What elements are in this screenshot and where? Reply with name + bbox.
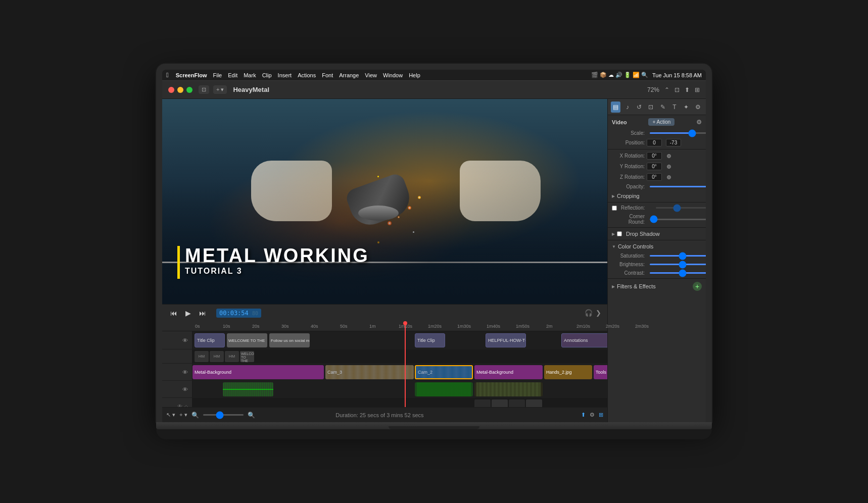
eye-icon-2[interactable]: 👁 xyxy=(182,369,188,375)
annotation-icon[interactable]: ✎ xyxy=(658,102,667,113)
menu-font[interactable]: Font xyxy=(322,72,333,78)
reflection-slider[interactable] xyxy=(656,207,706,209)
filters-header[interactable]: ▶ Filters & Effects + xyxy=(608,280,706,293)
brightness-slider[interactable] xyxy=(650,264,706,265)
track-row-thumbnails: HM HM HM WELCOME TO THE SHOW xyxy=(162,349,607,364)
close-button[interactable] xyxy=(168,87,174,93)
clip-cam2[interactable]: Cam_2 xyxy=(415,365,473,379)
contrast-slider[interactable] xyxy=(650,272,706,274)
title-clip-1[interactable]: Title Clip xyxy=(195,333,225,347)
position-x[interactable] xyxy=(647,139,662,146)
video-label: Video xyxy=(612,119,627,125)
zoom-in-icon[interactable]: 🔍 xyxy=(248,412,255,419)
z-rotation-indicator[interactable] xyxy=(667,175,671,179)
menu-insert[interactable]: Insert xyxy=(278,72,292,78)
settings-icon[interactable]: ⚙ xyxy=(696,119,702,126)
action-button[interactable]: + Action xyxy=(648,118,674,126)
menubar-time: Tue Jun 15 8:58 AM xyxy=(652,72,702,78)
apple-menu[interactable]:  xyxy=(166,71,169,79)
menu-file[interactable]: File xyxy=(213,72,222,78)
gear-icon[interactable]: ⚙ xyxy=(693,102,703,113)
title-clip-2[interactable]: Title Clip xyxy=(415,333,445,347)
right-panel: ▤ ♪ ↺ ⊡ ✎ T ✦ ⚙ Video + Action ⚙ xyxy=(607,99,706,422)
settings-btn[interactable]: ⚙ xyxy=(590,412,595,418)
menu-help[interactable]: Help xyxy=(409,72,420,78)
zoom-slider[interactable] xyxy=(203,414,244,416)
menu-actions[interactable]: Actions xyxy=(298,72,316,78)
clip-audio-green[interactable] xyxy=(415,382,473,396)
add-track-btn[interactable]: + ▾ xyxy=(179,412,187,418)
skip-forward-button[interactable]: ⏭ xyxy=(197,308,208,318)
cropping-label: Cropping xyxy=(617,193,640,199)
text-icon[interactable]: T xyxy=(669,102,679,113)
video-background: METAL WORKING TUTORIAL 3 xyxy=(162,99,607,304)
menu-edit[interactable]: Edit xyxy=(228,72,237,78)
title-clip-4[interactable]: Annotations xyxy=(561,333,607,347)
crop-icon[interactable]: ⊡ xyxy=(674,86,680,93)
zoom-out-icon[interactable]: 🔍 xyxy=(191,412,199,419)
reflection-checkbox[interactable] xyxy=(612,206,617,211)
expand-icon[interactable]: ❯ xyxy=(596,309,601,317)
eye-icon-4[interactable]: 👁 xyxy=(177,404,182,407)
menu-arrange[interactable]: Arrange xyxy=(339,72,359,78)
z-rotation-value[interactable] xyxy=(647,173,662,181)
drop-shadow-checkbox[interactable] xyxy=(617,231,622,236)
zoom-stepper[interactable]: ⌃ xyxy=(664,86,669,93)
clip-metal-bg2[interactable]: Metal-Background xyxy=(474,365,543,379)
skip-back-button[interactable]: ⏮ xyxy=(168,308,179,318)
title-clip-3[interactable]: HELPFUL·HOW-TO xyxy=(486,333,526,347)
video-preview[interactable]: METAL WORKING TUTORIAL 3 xyxy=(162,99,607,304)
menubar-right: 🎬 📦 ☁ 🔊 🔋 📶 🔍 Tue Jun 15 8:58 AM xyxy=(591,72,702,78)
square-btn[interactable]: ⊡ xyxy=(199,85,209,94)
corner-round-slider[interactable] xyxy=(650,219,706,220)
motion-icon[interactable]: ↺ xyxy=(635,102,644,113)
drop-shadow-header[interactable]: ▶ Drop Shadow xyxy=(608,229,706,239)
eye-icon[interactable]: 👁 xyxy=(182,337,188,343)
saturation-slider[interactable] xyxy=(650,255,706,257)
menu-screenflow[interactable]: ScreenFlow xyxy=(176,72,207,78)
duration-text: Duration: 25 secs of 3 mins 52 secs xyxy=(335,412,423,418)
clip-hands[interactable]: Hands_2.jpg xyxy=(544,365,592,379)
export-btn[interactable]: ⬆ xyxy=(581,412,586,418)
position-row: Position: xyxy=(608,137,706,148)
add-btn[interactable]: + ▾ xyxy=(213,85,227,94)
color-controls-header[interactable]: ▼ Color Controls xyxy=(608,241,706,251)
y-rotation-value[interactable] xyxy=(647,163,662,170)
y-rotation-indicator[interactable] xyxy=(667,165,671,169)
minimize-button[interactable] xyxy=(177,87,183,93)
menu-clip[interactable]: Clip xyxy=(262,72,272,78)
title-clip-follow[interactable]: Follow us on social m xyxy=(269,333,310,347)
timeline-ruler: 0s 10s 20s 30s 40s 50s 1m 1m10s 1m20s 1m… xyxy=(162,321,607,331)
position-label: Position: xyxy=(612,140,645,145)
clip-cam3[interactable]: Cam_3 xyxy=(325,365,414,379)
arrow-tool[interactable]: ↖ ▾ xyxy=(166,412,175,418)
titlebar-controls: ⊡ + ▾ xyxy=(199,85,227,94)
share-icon[interactable]: ⬆ xyxy=(685,86,690,93)
layout-icon[interactable]: ⊞ xyxy=(695,86,700,93)
maximize-button[interactable] xyxy=(186,87,192,93)
x-rotation-value[interactable] xyxy=(647,152,662,160)
clip-metal-bg[interactable]: Metal-Background xyxy=(192,365,324,379)
callout-icon[interactable]: ⊡ xyxy=(646,102,656,113)
video-properties-icon[interactable]: ▤ xyxy=(611,102,620,113)
menu-view[interactable]: View xyxy=(365,72,377,78)
menu-window[interactable]: Window xyxy=(383,72,403,78)
track-content-thumbs2 xyxy=(192,398,607,407)
add-effect-button[interactable]: + xyxy=(693,282,702,291)
title-clip-welcome[interactable]: WELCOME TO THE xyxy=(227,333,267,347)
layout-btn[interactable]: ⊞ xyxy=(599,412,603,418)
clip-cam3-audio[interactable] xyxy=(474,382,543,396)
play-button[interactable]: ▶ xyxy=(183,308,193,318)
clip-intro-song[interactable] xyxy=(223,382,273,396)
scale-slider[interactable] xyxy=(650,132,706,134)
adjust-icon[interactable]: ◇ xyxy=(184,404,188,408)
eye-icon-3[interactable]: 👁 xyxy=(182,386,188,392)
position-y[interactable] xyxy=(666,139,681,146)
audio-icon[interactable]: ♪ xyxy=(622,102,632,113)
opacity-slider[interactable] xyxy=(650,186,706,187)
effects-icon[interactable]: ✦ xyxy=(682,102,691,113)
clip-tools[interactable]: Tools xyxy=(594,365,607,379)
menu-mark[interactable]: Mark xyxy=(244,72,256,78)
cropping-header[interactable]: ▶ Cropping xyxy=(608,191,706,201)
x-rotation-indicator[interactable] xyxy=(667,154,671,158)
